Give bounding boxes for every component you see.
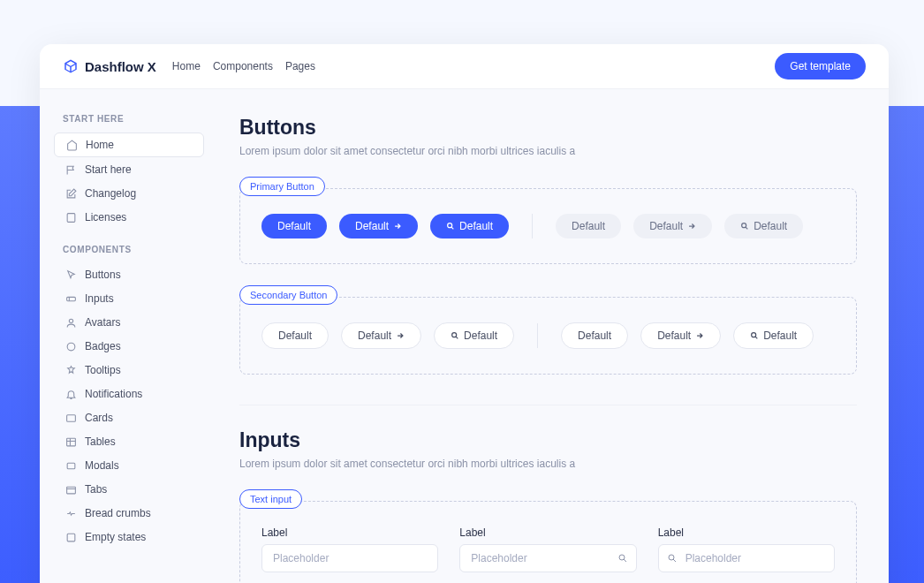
- table-icon: [64, 435, 77, 448]
- sidebar-item-buttons[interactable]: Buttons: [54, 263, 204, 286]
- secondary-button[interactable]: Default: [261, 322, 329, 349]
- sidebar-heading: START HERE: [50, 114, 208, 124]
- primary-button-arrow[interactable]: Default: [339, 214, 418, 238]
- sidebar-item-changelog[interactable]: Changelog: [54, 182, 204, 205]
- sidebar-item-home[interactable]: Home: [54, 132, 204, 157]
- primary-button-search[interactable]: Default: [430, 214, 509, 238]
- circle-icon: [64, 340, 77, 352]
- svg-line-24: [673, 559, 676, 562]
- muted-button[interactable]: Default: [556, 214, 621, 238]
- sidebar-item-label: Home: [86, 139, 114, 151]
- nav-home[interactable]: Home: [172, 60, 201, 72]
- edit-icon: [64, 187, 77, 200]
- sidebar-item-tables[interactable]: Tables: [54, 430, 204, 453]
- svg-line-18: [456, 337, 458, 339]
- sidebar-item-label: Empty states: [85, 531, 146, 543]
- sidebar-item-breadcrumbs[interactable]: Bread crumbs: [54, 502, 204, 525]
- get-template-button[interactable]: Get template: [775, 53, 866, 80]
- demo-tag: Secondary Button: [239, 285, 337, 305]
- section-desc: Lorem ipsum dolor sit amet consectetur o…: [239, 458, 857, 470]
- sidebar-item-licenses[interactable]: Licenses: [54, 206, 204, 229]
- sidebar-item-label: Badges: [85, 340, 121, 352]
- divider: [537, 323, 538, 348]
- brand-name: Dashflow X: [85, 59, 156, 74]
- flag-icon: [64, 163, 77, 176]
- sidebar-item-label: Modals: [85, 459, 119, 472]
- secondary-button-search[interactable]: Default: [733, 322, 814, 349]
- tooltip-icon: [64, 364, 77, 376]
- input-group-icon-right: Label: [459, 526, 636, 572]
- inputs-section: Inputs Lorem ipsum dolor sit amet consec…: [239, 428, 857, 583]
- divider: [532, 214, 533, 238]
- secondary-button-demo: Secondary Button Default Default Default…: [239, 285, 857, 375]
- search-icon: [750, 331, 759, 340]
- input-label: Label: [459, 526, 636, 539]
- sidebar-item-cards[interactable]: Cards: [54, 406, 204, 429]
- demo-panel: Default Default Default Default Defaul: [239, 297, 857, 375]
- arrow-right-icon: [687, 222, 696, 231]
- demo-panel: Label Label: [239, 501, 857, 583]
- svg-rect-1: [66, 297, 75, 300]
- svg-rect-5: [66, 414, 75, 421]
- text-input-demo: Text input Label Label: [239, 489, 857, 583]
- sidebar-item-badges[interactable]: Badges: [54, 335, 204, 358]
- logo-icon: [63, 58, 79, 74]
- demo-panel: Default Default Default Default Defaul: [239, 188, 857, 264]
- demo-tag: Text input: [239, 489, 302, 509]
- button-label: Default: [649, 220, 683, 232]
- breadcrumb-icon: [64, 507, 77, 519]
- sidebar-item-start-here[interactable]: Start here: [54, 158, 204, 181]
- card-icon: [64, 412, 77, 424]
- secondary-button[interactable]: Default: [561, 322, 628, 349]
- nav-pages[interactable]: Pages: [285, 60, 315, 72]
- sidebar-item-label: Buttons: [85, 269, 121, 281]
- cursor-icon: [64, 269, 77, 281]
- header-left: Dashflow X Home Components Pages: [63, 58, 315, 74]
- sidebar-item-modals[interactable]: Modals: [54, 454, 204, 477]
- logo[interactable]: Dashflow X: [63, 58, 156, 74]
- sidebar-item-label: Cards: [85, 412, 113, 424]
- muted-button-arrow[interactable]: Default: [633, 214, 712, 238]
- nav-components[interactable]: Components: [213, 60, 273, 72]
- svg-rect-10: [66, 487, 75, 494]
- secondary-button-arrow[interactable]: Default: [341, 322, 421, 349]
- sidebar-item-notifications[interactable]: Notifications: [54, 382, 204, 405]
- arrow-right-icon: [695, 331, 704, 340]
- primary-button-demo: Primary Button Default Default Default D…: [239, 177, 857, 264]
- button-label: Default: [464, 329, 497, 342]
- button-label: Default: [358, 329, 391, 342]
- input-group-icon-left: Label: [658, 526, 835, 572]
- secondary-button-arrow[interactable]: Default: [640, 322, 721, 349]
- user-icon: [64, 316, 77, 329]
- svg-rect-12: [67, 534, 75, 541]
- sidebar-item-tooltips[interactable]: Tooltips: [54, 359, 204, 382]
- divider: [239, 405, 857, 405]
- home-icon: [65, 139, 78, 151]
- tabs-icon: [64, 483, 77, 496]
- input-label: Label: [261, 526, 438, 539]
- buttons-section: Buttons Lorem ipsum dolor sit amet conse…: [239, 116, 857, 375]
- sidebar-item-inputs[interactable]: Inputs: [54, 287, 204, 310]
- text-input[interactable]: [459, 544, 636, 572]
- button-label: Default: [754, 220, 787, 232]
- sidebar-item-empty-states[interactable]: Empty states: [54, 526, 204, 549]
- sidebar-item-label: Tables: [85, 435, 116, 448]
- primary-button[interactable]: Default: [261, 214, 327, 238]
- svg-rect-0: [67, 213, 75, 222]
- text-input[interactable]: [658, 544, 835, 572]
- empty-icon: [64, 531, 77, 543]
- sidebar-heading: COMPONENTS: [50, 245, 208, 254]
- sidebar-item-label: Notifications: [85, 388, 142, 400]
- svg-line-20: [755, 337, 758, 339]
- sidebar-item-tabs[interactable]: Tabs: [54, 478, 204, 501]
- sidebar-item-label: Changelog: [85, 187, 136, 200]
- text-input[interactable]: [261, 544, 438, 572]
- arrow-right-icon: [393, 222, 402, 231]
- muted-button-search[interactable]: Default: [724, 214, 803, 238]
- svg-line-16: [746, 227, 748, 230]
- search-icon: [617, 553, 628, 564]
- sidebar-item-avatars[interactable]: Avatars: [54, 311, 204, 334]
- sidebar-item-label: Bread crumbs: [85, 507, 151, 519]
- bell-icon: [64, 388, 77, 400]
- secondary-button-search[interactable]: Default: [434, 322, 514, 349]
